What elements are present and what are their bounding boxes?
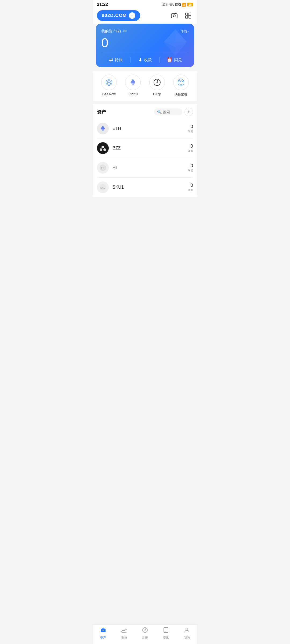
section-title: 资产 [97, 109, 106, 115]
svg-point-1 [173, 15, 175, 17]
assets-card: 我的资产(¥) 👁 详情 › 0 ⇄ 转账 ⬇ 收款 ⏰ 闪兑 [96, 24, 194, 67]
gas-now-label: Gas Now [102, 92, 115, 96]
search-bar: 🔍 + [154, 108, 193, 116]
svg-marker-22 [130, 79, 133, 82]
bzz-logo [97, 142, 109, 154]
add-asset-button[interactable]: + [184, 108, 193, 116]
nav-icons [169, 11, 193, 20]
svg-text:SKU: SKU [100, 186, 106, 189]
hi-name: HI [113, 165, 188, 170]
signal-icon: 📶 [182, 3, 186, 7]
assets-section: 资产 🔍 + ETH 0 ¥ 0 [93, 104, 197, 197]
eth-logo [97, 123, 109, 134]
status-icons: 27.8 KB/s HD 📶 18 [162, 3, 193, 7]
svg-point-34 [103, 148, 106, 151]
receive-label: 收款 [144, 57, 152, 63]
brand-arrow-icon: › [129, 12, 135, 19]
eye-icon[interactable]: 👁 [123, 29, 127, 34]
search-input-wrap[interactable]: 🔍 [154, 108, 182, 115]
bzz-cny: ¥ 0 [188, 149, 193, 153]
camera-add-button[interactable] [169, 11, 179, 20]
status-bar: 21:22 27.8 KB/s HD 📶 18 [93, 0, 197, 8]
svg-point-32 [102, 146, 104, 148]
quick-item-eth2[interactable]: Eth2.0 [125, 75, 141, 97]
svg-point-33 [100, 148, 102, 151]
hi-amount: 0 [188, 163, 193, 169]
eth-name: ETH [113, 126, 188, 131]
transfer-label: 转账 [115, 57, 123, 63]
svg-marker-11 [175, 29, 187, 42]
quick-menu: Gas Now Eth2.0 [93, 71, 197, 101]
top-nav: 902D.COM › [93, 8, 197, 24]
asset-item-bzz[interactable]: BZZ 0 ¥ 0 [97, 138, 193, 158]
svg-rect-5 [186, 16, 188, 18]
eth2-icon-circle [125, 75, 141, 90]
dapp-icon-circle [149, 75, 165, 90]
search-icon: 🔍 [157, 110, 162, 114]
svg-rect-6 [189, 16, 191, 18]
brand-button[interactable]: 902D.COM › [97, 10, 140, 21]
bzz-amount: 0 [188, 144, 193, 149]
hi-logo: HI [97, 162, 109, 174]
receive-button[interactable]: ⬇ 收款 [130, 57, 160, 63]
eth-diamond-background [162, 28, 189, 58]
quick-item-dapp[interactable]: DApp [149, 75, 165, 97]
bzz-name: BZZ [113, 146, 188, 151]
svg-rect-4 [189, 13, 191, 15]
brand-text: 902D.COM [102, 13, 127, 18]
assets-section-header: 资产 🔍 + [97, 104, 193, 119]
gas-now-icon-circle [101, 75, 117, 90]
sku1-cny: ¥ 0 [188, 188, 193, 192]
assets-title: 我的资产(¥) [101, 29, 121, 34]
battery-icon: 18 [187, 3, 193, 6]
quick-item-gas-now[interactable]: Gas Now [101, 75, 117, 97]
asset-item-hi[interactable]: HI HI 0 ¥ 0 [97, 158, 193, 178]
assets-title-row: 我的资产(¥) 👁 [101, 29, 127, 34]
svg-rect-0 [171, 14, 177, 18]
transfer-button[interactable]: ⇄ 转账 [101, 57, 130, 63]
hi-cny: ¥ 0 [188, 169, 193, 173]
bzz-values: 0 ¥ 0 [188, 144, 193, 153]
dapp-label: DApp [153, 92, 161, 96]
sku1-name: SKU1 [113, 185, 188, 190]
status-time: 21:22 [97, 2, 108, 7]
receive-icon: ⬇ [138, 57, 142, 63]
asset-item-eth[interactable]: ETH 0 ¥ 0 [97, 119, 193, 138]
svg-marker-21 [133, 79, 135, 82]
eth2-label: Eth2.0 [128, 92, 138, 96]
sku1-values: 0 ¥ 0 [188, 183, 193, 192]
eth-amount: 0 [188, 124, 193, 129]
transfer-icon: ⇄ [109, 57, 113, 63]
sku1-amount: 0 [188, 183, 193, 188]
svg-text:EVM: EVM [178, 80, 184, 83]
hd-badge: HD [175, 3, 180, 6]
quick-chain-label: 快捷加链 [175, 92, 187, 97]
svg-rect-3 [186, 13, 188, 15]
scan-button[interactable] [183, 11, 193, 20]
svg-marker-12 [164, 29, 175, 42]
svg-text:HI: HI [102, 166, 104, 170]
quick-item-quick-chain[interactable]: EVM 快捷加链 [173, 75, 189, 97]
speed-indicator: 27.8 KB/s [162, 3, 174, 6]
quick-chain-icon-circle: EVM [173, 75, 189, 90]
eth-cny: ¥ 0 [188, 129, 193, 133]
asset-item-sku1[interactable]: SKU SKU1 0 ¥ 0 [97, 178, 193, 197]
search-input[interactable] [163, 110, 179, 114]
eth-values: 0 ¥ 0 [188, 124, 193, 133]
sku1-logo: SKU [97, 181, 109, 193]
hi-values: 0 ¥ 0 [188, 163, 193, 173]
